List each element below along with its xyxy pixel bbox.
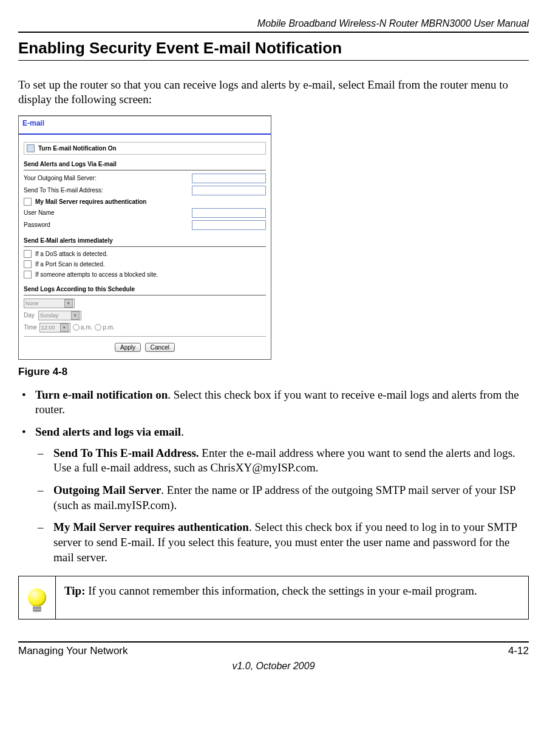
auth-label: My Mail Server requires authentication xyxy=(35,198,146,205)
checkbox-icon[interactable] xyxy=(24,250,32,258)
sub-bullet-list: Send To This E-mail Address. Enter the e… xyxy=(35,446,529,565)
alert-dos-row[interactable]: If a DoS attack is detected. xyxy=(24,249,266,259)
list-item: Send alerts and logs via email. Send To … xyxy=(18,425,529,565)
alert-portscan-row[interactable]: If a Port Scan is detected. xyxy=(24,259,266,269)
checkbox-icon[interactable] xyxy=(24,271,32,278)
sub-bullet-bold: Outgoing Mail Server xyxy=(53,484,161,496)
list-item: My Mail Server requires authentication. … xyxy=(35,520,529,565)
chevron-down-icon: ▾ xyxy=(64,299,73,308)
tip-label: Tip: xyxy=(64,584,86,597)
tip-body: If you cannot remember this information,… xyxy=(86,584,477,597)
alert-blocked-label: If someone attempts to access a blocked … xyxy=(35,271,158,278)
footer-rule xyxy=(18,641,529,643)
bullet-bold: Send alerts and logs via email xyxy=(35,425,181,438)
chevron-down-icon: ▾ xyxy=(60,323,69,332)
pm-radio[interactable] xyxy=(95,324,101,331)
time-label: Time xyxy=(24,324,37,331)
page-footer: Managing Your Network 4-12 v1.0, October… xyxy=(18,641,529,672)
alert-dos-label: If a DoS attack is detected. xyxy=(35,251,108,257)
sendto-label: Send To This E-mail Address: xyxy=(24,187,192,194)
heading-rule xyxy=(18,60,529,61)
turn-notification-row[interactable]: Turn E-mail Notification On xyxy=(24,142,266,155)
footer-section: Managing Your Network xyxy=(18,645,128,657)
turn-notification-label: Turn E-mail Notification On xyxy=(38,145,117,152)
sendto-input[interactable] xyxy=(192,186,266,195)
password-label: Password xyxy=(24,221,192,228)
alert-blocked-row[interactable]: If someone attempts to access a blocked … xyxy=(24,269,266,280)
auth-row[interactable]: My Mail Server requires authentication xyxy=(24,197,266,207)
pm-label: p.m. xyxy=(103,324,114,331)
bullet-list: Turn e-mail notification on. Select this… xyxy=(18,388,529,565)
list-item: Send To This E-mail Address. Enter the e… xyxy=(35,446,529,476)
lightbulb-icon xyxy=(19,576,56,619)
section-send-alerts: Send Alerts and Logs Via E-mail xyxy=(24,158,266,170)
sub-bullet-bold: Send To This E-mail Address. xyxy=(53,447,199,459)
header-rule xyxy=(18,32,529,33)
footer-version: v1.0, October 2009 xyxy=(18,661,529,672)
outgoing-server-input[interactable] xyxy=(192,174,266,183)
bullet-text: . xyxy=(181,425,184,438)
time-select[interactable]: 12:00▾ xyxy=(39,323,70,332)
email-config-screenshot: E-mail Turn E-mail Notification On Send … xyxy=(18,115,271,360)
password-input[interactable] xyxy=(192,220,266,230)
chevron-down-icon: ▾ xyxy=(71,311,80,320)
day-label: Day xyxy=(24,312,35,319)
cancel-button[interactable]: Cancel xyxy=(145,343,175,352)
footer-page: 4-12 xyxy=(508,645,529,657)
username-input[interactable] xyxy=(192,208,266,218)
page-heading: Enabling Security Event E-mail Notificat… xyxy=(18,39,529,58)
section-schedule: Send Logs According to this Schedule xyxy=(24,283,266,295)
schedule-select[interactable]: None▾ xyxy=(24,299,75,308)
section-immediate-alerts: Send E-Mail alerts immediately xyxy=(24,235,266,247)
checkbox-icon[interactable] xyxy=(24,198,32,206)
sub-bullet-bold: My Mail Server requires authentication xyxy=(53,521,249,533)
apply-button[interactable]: Apply xyxy=(115,343,141,352)
bullet-bold: Turn e-mail notification on xyxy=(35,388,168,401)
panel-title: E-mail xyxy=(19,116,271,135)
tip-text: Tip: If you cannot remember this informa… xyxy=(56,576,528,611)
am-label: a.m. xyxy=(81,324,92,331)
figure-caption: Figure 4-8 xyxy=(18,366,529,378)
alert-portscan-label: If a Port Scan is detected. xyxy=(35,261,105,268)
checkbox-icon[interactable] xyxy=(24,260,32,268)
checkbox-icon[interactable] xyxy=(27,144,35,152)
list-item: Turn e-mail notification on. Select this… xyxy=(18,388,529,417)
outgoing-server-label: Your Outgoing Mail Server: xyxy=(24,175,192,181)
manual-title: Mobile Broadband Wireless-N Router MBRN3… xyxy=(18,18,529,29)
list-item: Outgoing Mail Server. Enter the name or … xyxy=(35,483,529,513)
intro-paragraph: To set up the router so that you can rec… xyxy=(18,78,529,107)
tip-box: Tip: If you cannot remember this informa… xyxy=(18,576,529,619)
am-radio[interactable] xyxy=(73,324,80,331)
username-label: User Name xyxy=(24,209,192,216)
day-select[interactable]: Sunday▾ xyxy=(38,311,81,320)
